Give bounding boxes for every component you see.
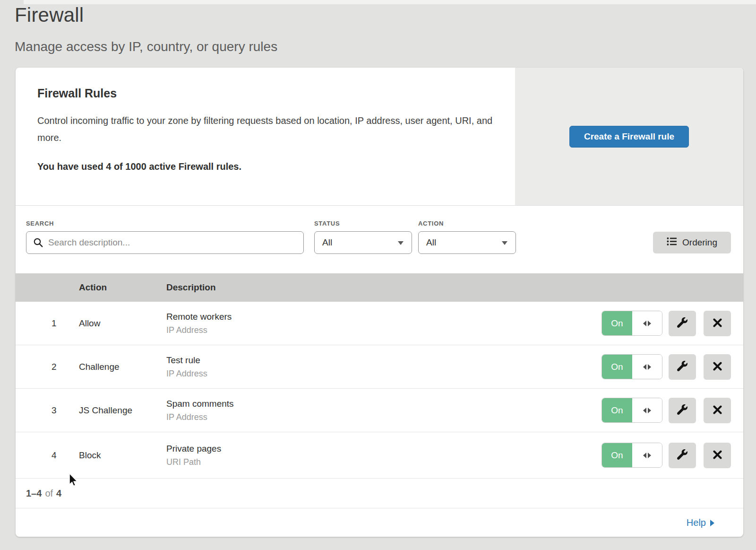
toggle-drag-handle[interactable]	[632, 311, 662, 335]
toggle-drag-handle[interactable]	[632, 398, 662, 422]
arrow-left-icon	[643, 408, 646, 413]
ordering-button-label: Ordering	[682, 237, 717, 248]
rule-action: Block	[79, 450, 166, 461]
pagination: 1–4 of 4	[16, 479, 743, 508]
arrow-right-icon	[648, 408, 651, 413]
action-label: ACTION	[418, 220, 516, 227]
rule-controls: On	[601, 311, 743, 336]
wrench-icon	[677, 317, 687, 329]
page-title: Firewall	[15, 0, 277, 26]
table-row: 2 Challenge Test rule IP Address On	[16, 345, 743, 389]
create-rule-panel: Create a Firewall rule	[515, 68, 743, 205]
wrench-icon	[677, 361, 687, 373]
search-icon	[33, 237, 43, 250]
ordering-list-icon	[667, 237, 677, 248]
rule-action: Allow	[79, 318, 166, 329]
chevron-down-icon	[398, 241, 404, 245]
arrow-left-icon	[643, 453, 646, 458]
page-header: Firewall Manage access by IP, country, o…	[15, 0, 277, 54]
create-firewall-rule-button[interactable]: Create a Firewall rule	[569, 126, 689, 148]
close-icon	[713, 450, 722, 461]
pagination-of: of	[45, 488, 53, 499]
rules-overview-text: Firewall Rules Control incoming traffic …	[37, 87, 496, 172]
rule-match-type: IP Address	[166, 325, 601, 335]
rule-priority: 2	[16, 362, 79, 372]
card-footer: Help	[16, 508, 743, 537]
toggle-drag-handle[interactable]	[632, 443, 662, 467]
firewall-rules-card: Firewall Rules Control incoming traffic …	[16, 68, 743, 537]
rule-controls: On	[601, 398, 743, 423]
rules-overview-section: Firewall Rules Control incoming traffic …	[16, 68, 743, 206]
rule-enabled-toggle[interactable]: On	[601, 443, 662, 468]
arrow-left-icon	[643, 364, 646, 370]
rule-description: Spam comments	[166, 399, 601, 409]
toggle-drag-handle[interactable]	[632, 355, 662, 379]
rule-description-block: Private pages URI Path	[166, 444, 601, 467]
arrow-right-icon	[648, 453, 651, 458]
rule-action: JS Challenge	[79, 405, 166, 416]
status-filter-group: STATUS All	[314, 220, 412, 254]
edit-rule-button[interactable]	[669, 354, 696, 380]
table-row: 4 Block Private pages URI Path On	[16, 432, 743, 479]
table-row: 3 JS Challenge Spam comments IP Address …	[16, 389, 743, 432]
rules-table: Action Description 1 Allow Remote worker…	[16, 273, 743, 537]
arrow-right-icon	[710, 520, 714, 526]
action-selected-value: All	[426, 237, 436, 248]
table-header-row: Action Description	[16, 273, 743, 302]
page-subtitle: Manage access by IP, country, or query r…	[15, 26, 277, 54]
status-selected-value: All	[322, 237, 332, 248]
toggle-on-segment[interactable]: On	[602, 311, 632, 335]
close-icon	[713, 362, 722, 372]
toggle-on-segment[interactable]: On	[602, 355, 632, 379]
help-link[interactable]: Help	[687, 517, 714, 528]
delete-rule-button[interactable]	[704, 443, 731, 468]
toggle-on-segment[interactable]: On	[602, 443, 632, 467]
search-filter-group: SEARCH	[26, 220, 304, 254]
ordering-button[interactable]: Ordering	[653, 232, 731, 253]
rule-action: Challenge	[79, 362, 166, 372]
arrow-right-icon	[648, 321, 651, 326]
close-icon	[713, 405, 722, 416]
rule-enabled-toggle[interactable]: On	[601, 311, 662, 336]
rule-controls: On	[601, 354, 743, 380]
filter-bar: SEARCH STATUS All ACTION All	[16, 206, 743, 273]
rule-description-block: Spam comments IP Address	[166, 399, 601, 422]
status-label: STATUS	[314, 220, 412, 227]
edit-rule-button[interactable]	[669, 398, 696, 423]
help-link-label: Help	[687, 517, 706, 528]
rule-description: Test rule	[166, 355, 601, 366]
delete-rule-button[interactable]	[704, 311, 731, 336]
rule-enabled-toggle[interactable]: On	[601, 354, 662, 379]
rule-priority: 4	[16, 450, 79, 461]
edit-rule-button[interactable]	[669, 443, 696, 468]
close-icon	[713, 318, 722, 329]
edit-rule-button[interactable]	[669, 311, 696, 336]
status-select[interactable]: All	[314, 231, 412, 254]
rule-enabled-toggle[interactable]: On	[601, 398, 662, 423]
wrench-icon	[677, 449, 687, 461]
toggle-on-segment[interactable]: On	[602, 398, 632, 422]
rules-section-title: Firewall Rules	[37, 87, 496, 100]
search-label: SEARCH	[26, 220, 304, 227]
rule-description: Private pages	[166, 444, 601, 454]
rule-match-type: URI Path	[166, 457, 601, 467]
rule-controls: On	[601, 443, 743, 468]
action-filter-group: ACTION All	[418, 220, 516, 254]
description-column-header: Description	[166, 282, 743, 293]
rule-description-block: Test rule IP Address	[166, 355, 601, 379]
search-input[interactable]	[26, 231, 304, 254]
rule-priority: 3	[16, 405, 79, 416]
pagination-range: 1–4	[26, 488, 42, 499]
delete-rule-button[interactable]	[704, 398, 731, 423]
rules-usage-count: You have used 4 of 1000 active Firewall …	[37, 161, 496, 172]
rule-match-type: IP Address	[166, 412, 601, 422]
rules-section-description: Control incoming traffic to your zone by…	[37, 112, 496, 146]
action-select[interactable]: All	[418, 231, 516, 254]
action-column-header: Action	[79, 282, 166, 293]
arrow-right-icon	[648, 364, 651, 370]
rule-priority: 1	[16, 318, 79, 329]
arrow-left-icon	[643, 321, 646, 326]
delete-rule-button[interactable]	[704, 354, 731, 380]
chevron-down-icon	[502, 241, 507, 245]
rule-match-type: IP Address	[166, 369, 601, 379]
